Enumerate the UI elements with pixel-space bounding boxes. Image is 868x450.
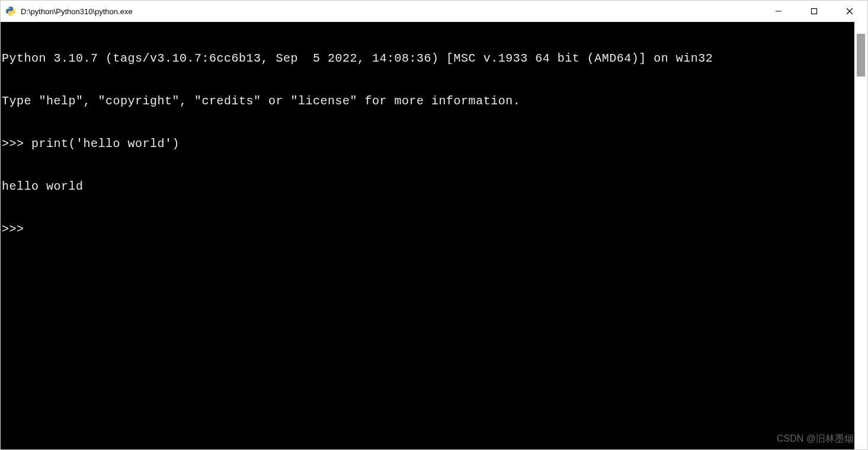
window-frame: D:\python\Python310\python.exe Python 3.… xyxy=(0,0,868,450)
svg-rect-1 xyxy=(812,9,817,14)
terminal-content[interactable]: Python 3.10.7 (tags/v3.10.7:6cc6b13, Sep… xyxy=(1,22,854,449)
terminal-line: Type "help", "copyright", "credits" or "… xyxy=(2,94,853,108)
scrollbar-track[interactable] xyxy=(854,22,867,449)
terminal-wrapper: Python 3.10.7 (tags/v3.10.7:6cc6b13, Sep… xyxy=(1,22,867,449)
minimize-button[interactable] xyxy=(761,1,796,22)
maximize-button[interactable] xyxy=(796,1,832,22)
scrollbar-thumb[interactable] xyxy=(857,34,865,76)
window-controls xyxy=(761,1,867,22)
terminal-prompt: >>> xyxy=(2,222,853,237)
terminal-line: hello world xyxy=(2,180,853,194)
window-title: D:\python\Python310\python.exe xyxy=(21,7,761,16)
terminal-line: Python 3.10.7 (tags/v3.10.7:6cc6b13, Sep… xyxy=(2,52,853,66)
terminal-line: >>> print('hello world') xyxy=(2,137,853,151)
title-bar[interactable]: D:\python\Python310\python.exe xyxy=(1,1,867,22)
close-button[interactable] xyxy=(832,1,867,22)
python-icon xyxy=(5,6,16,17)
